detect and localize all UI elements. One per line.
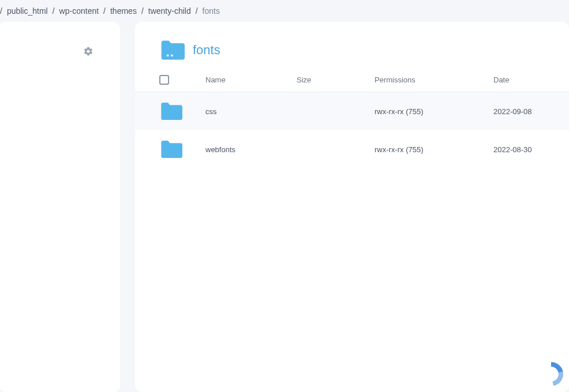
row-date: 2022-09-08 (493, 107, 545, 116)
settings-button[interactable] (83, 46, 93, 56)
recaptcha-icon (537, 360, 566, 389)
breadcrumb-separator: / (196, 6, 198, 16)
breadcrumb-link[interactable]: public_html (7, 6, 48, 16)
gear-icon (83, 46, 93, 56)
folder-title: fonts (193, 43, 220, 58)
folder-header: fonts (135, 39, 569, 68)
row-permissions: rwx-rx-rx (755) (375, 145, 493, 154)
svg-point-1 (171, 54, 173, 56)
table-row[interactable]: webfonts rwx-rx-rx (755) 2022-08-30 (135, 130, 569, 168)
breadcrumb-separator: / (53, 6, 55, 16)
breadcrumb-separator: / (103, 6, 106, 16)
folder-up-icon (159, 39, 185, 61)
breadcrumb-current: fonts (203, 6, 220, 16)
column-header-date[interactable]: Date (493, 76, 545, 84)
file-manager-panel: fonts Name Size Permissions Date css rwx… (135, 22, 569, 392)
column-header-name[interactable]: Name (205, 76, 297, 84)
folder-icon (159, 101, 182, 121)
breadcrumb-link[interactable]: wp-content (59, 6, 99, 16)
row-name: css (205, 107, 297, 116)
folder-icon (159, 140, 182, 159)
row-name: webfonts (205, 145, 297, 154)
breadcrumb-link[interactable]: themes (110, 6, 137, 16)
breadcrumb-link[interactable]: twenty-child (148, 6, 191, 16)
row-permissions: rwx-rx-rx (755) (375, 107, 493, 116)
breadcrumb-separator: / (141, 6, 144, 16)
column-header-size[interactable]: Size (297, 76, 375, 84)
column-header-permissions[interactable]: Permissions (375, 76, 493, 84)
breadcrumb-separator: / (0, 6, 2, 16)
folder-up-button[interactable] (159, 39, 185, 61)
svg-point-0 (167, 54, 169, 56)
table-header: Name Size Permissions Date (135, 68, 569, 92)
sidebar (0, 22, 120, 392)
table-row[interactable]: css rwx-rx-rx (755) 2022-09-08 (135, 92, 569, 130)
row-date: 2022-08-30 (493, 145, 545, 154)
select-all-checkbox[interactable] (159, 75, 169, 85)
recaptcha-badge[interactable] (537, 360, 566, 389)
breadcrumb: / public_html / wp-content / themes / tw… (0, 0, 569, 22)
